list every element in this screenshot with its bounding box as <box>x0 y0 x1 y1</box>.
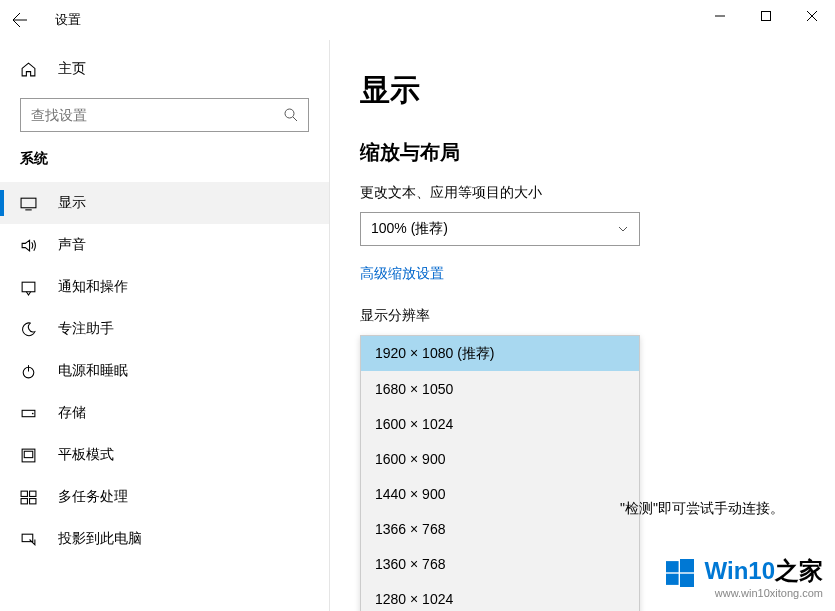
svg-rect-15 <box>21 491 27 496</box>
svg-rect-18 <box>30 498 36 503</box>
nav-label: 专注助手 <box>58 320 114 338</box>
resolution-option[interactable]: 1600 × 900 <box>361 441 639 476</box>
search-box[interactable] <box>20 98 309 132</box>
resolution-option[interactable]: 1280 × 1024 <box>361 581 639 611</box>
maximize-button[interactable] <box>743 0 789 32</box>
tablet-icon <box>20 447 40 464</box>
nav-label: 存储 <box>58 404 86 422</box>
search-icon[interactable] <box>274 107 308 123</box>
sidebar: 主页 系统 显示 声音 通知和操作 专注助手 电源和睡眠 <box>0 40 330 611</box>
svg-rect-16 <box>30 491 36 496</box>
svg-rect-6 <box>21 198 36 208</box>
nav-focus-assist[interactable]: 专注助手 <box>0 308 329 350</box>
minimize-button[interactable] <box>697 0 743 32</box>
nav-label: 投影到此电脑 <box>58 530 142 548</box>
nav-label: 通知和操作 <box>58 278 128 296</box>
app-title: 设置 <box>55 11 81 29</box>
display-icon <box>20 195 40 212</box>
resolution-dropdown-open[interactable]: 1920 × 1080 (推荐)1680 × 10501600 × 102416… <box>360 335 640 611</box>
back-button[interactable] <box>0 0 40 40</box>
resolution-option[interactable]: 1440 × 900 <box>361 476 639 511</box>
nav-power[interactable]: 电源和睡眠 <box>0 350 329 392</box>
focus-icon <box>20 321 40 338</box>
watermark: Win10之家 www.win10xitong.com <box>666 555 823 599</box>
svg-line-5 <box>293 117 297 121</box>
nav-projecting[interactable]: 投影到此电脑 <box>0 518 329 560</box>
brand-suffix: 之家 <box>775 557 823 584</box>
svg-rect-1 <box>762 12 771 21</box>
svg-rect-21 <box>680 559 694 572</box>
search-input[interactable] <box>21 107 274 123</box>
power-icon <box>20 363 40 380</box>
nav-tablet[interactable]: 平板模式 <box>0 434 329 476</box>
nav-label: 多任务处理 <box>58 488 128 506</box>
home-label: 主页 <box>58 60 86 78</box>
nav-label: 平板模式 <box>58 446 114 464</box>
resolution-option[interactable]: 1680 × 1050 <box>361 371 639 406</box>
home-link[interactable]: 主页 <box>0 50 329 88</box>
svg-rect-17 <box>21 498 27 503</box>
svg-point-4 <box>285 109 294 118</box>
scale-value: 100% (推荐) <box>371 220 448 238</box>
notifications-icon <box>20 279 40 296</box>
page-title: 显示 <box>360 70 805 111</box>
multitask-icon <box>20 489 40 506</box>
resolution-option[interactable]: 1360 × 768 <box>361 546 639 581</box>
svg-rect-8 <box>22 282 35 292</box>
home-icon <box>20 61 40 78</box>
scale-label: 更改文本、应用等项目的大小 <box>360 184 805 202</box>
svg-rect-14 <box>24 451 33 457</box>
nav-label: 电源和睡眠 <box>58 362 128 380</box>
project-icon <box>20 531 40 548</box>
nav-sound[interactable]: 声音 <box>0 224 329 266</box>
nav-notifications[interactable]: 通知和操作 <box>0 266 329 308</box>
windows-logo-icon <box>666 559 694 587</box>
advanced-scaling-link[interactable]: 高级缩放设置 <box>360 265 444 283</box>
chevron-down-icon <box>617 223 629 235</box>
storage-icon <box>20 405 40 422</box>
nav-multitask[interactable]: 多任务处理 <box>0 476 329 518</box>
resolution-option[interactable]: 1920 × 1080 (推荐) <box>361 336 639 371</box>
resolution-label: 显示分辨率 <box>360 307 805 325</box>
close-button[interactable] <box>789 0 835 32</box>
resolution-option[interactable]: 1600 × 1024 <box>361 406 639 441</box>
brand-url: www.win10xitong.com <box>666 587 823 599</box>
section-header: 缩放与布局 <box>360 139 805 166</box>
sound-icon <box>20 237 40 254</box>
nav-storage[interactable]: 存储 <box>0 392 329 434</box>
nav-label: 声音 <box>58 236 86 254</box>
brand-prefix: Win10 <box>705 557 775 584</box>
detect-hint: "检测"即可尝试手动连接。 <box>620 500 784 518</box>
svg-point-12 <box>32 412 34 414</box>
svg-rect-20 <box>666 561 679 572</box>
group-header: 系统 <box>0 150 329 182</box>
nav-display[interactable]: 显示 <box>0 182 329 224</box>
resolution-option[interactable]: 1366 × 768 <box>361 511 639 546</box>
svg-rect-23 <box>680 573 694 586</box>
svg-rect-22 <box>666 573 679 584</box>
nav-label: 显示 <box>58 194 86 212</box>
content: 显示 缩放与布局 更改文本、应用等项目的大小 100% (推荐) 高级缩放设置 … <box>330 40 835 611</box>
scale-dropdown[interactable]: 100% (推荐) <box>360 212 640 246</box>
